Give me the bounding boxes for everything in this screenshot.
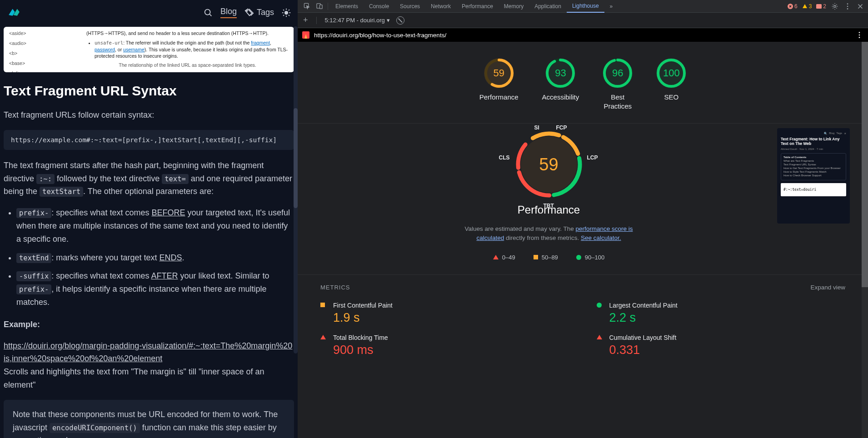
syntax-code-block: https://example.com#:~:text=[prefix-,]te… bbox=[4, 130, 294, 150]
gauge-performance[interactable]: 59 Performance bbox=[479, 58, 519, 110]
lighthouse-logo-icon bbox=[302, 31, 309, 39]
ends-link[interactable]: ENDS bbox=[159, 253, 182, 262]
svg-rect-16 bbox=[816, 4, 822, 9]
svg-point-23 bbox=[859, 32, 860, 33]
nav-blog[interactable]: Blog bbox=[220, 7, 237, 18]
blog-page: Blog Tags <aside> <audio> <b> <base> <bd… bbox=[0, 0, 298, 438]
blog-article: <aside> <audio> <b> <base> <bdi> <bdo> (… bbox=[0, 25, 298, 438]
metric-cls: Cumulative Layout Shift0.331 bbox=[597, 334, 846, 357]
nav-tags-label: Tags bbox=[257, 8, 274, 17]
nav-tags[interactable]: Tags bbox=[244, 8, 274, 18]
tab-memory[interactable]: Memory bbox=[499, 0, 529, 13]
before-link[interactable]: BEFORE bbox=[151, 208, 185, 217]
metric-fcp: First Contentful Paint1.9 s bbox=[320, 302, 569, 325]
new-report-button[interactable]: + bbox=[303, 15, 308, 25]
example-block: https://douiri.org/blog/margin-padding-v… bbox=[4, 339, 294, 392]
tab-more[interactable]: » bbox=[604, 0, 619, 13]
scrollbar[interactable] bbox=[294, 26, 298, 353]
blog-header: Blog Tags bbox=[0, 0, 298, 25]
intro-text: Text fragment URLs follow certain syntax… bbox=[4, 109, 294, 122]
score-legend: 0–49 50–89 90–100 bbox=[493, 254, 604, 261]
svg-point-25 bbox=[859, 37, 860, 38]
lighthouse-report: 59 Performance 93 Accessibility 96 Best … bbox=[298, 42, 868, 438]
page-thumbnail: 🔍BlogTags☀ Text Fragment: How to Link An… bbox=[777, 128, 850, 224]
clear-icon[interactable] bbox=[396, 16, 404, 25]
section-heading: Text Fragment URL Syntax bbox=[4, 83, 294, 99]
svg-line-10 bbox=[283, 15, 284, 15]
svg-point-17 bbox=[834, 5, 836, 7]
legend-avg-icon bbox=[534, 255, 538, 259]
scrollbar-thumb[interactable] bbox=[862, 42, 868, 287]
performance-description: Values are estimated and may vary. The p… bbox=[463, 224, 635, 243]
tab-sources[interactable]: Sources bbox=[394, 0, 425, 13]
device-toggle-icon[interactable] bbox=[313, 0, 326, 13]
list-item: textEnd: marks where you target text END… bbox=[16, 251, 294, 264]
list-item: prefix-: specifies what text comes BEFOR… bbox=[16, 206, 294, 245]
svg-point-3 bbox=[284, 10, 288, 14]
performance-section: 59 SI FCP LCP TBT CLS Performance Values… bbox=[298, 123, 868, 274]
scrollbar[interactable] bbox=[862, 42, 868, 438]
issues-count-badge[interactable]: 2 bbox=[816, 3, 826, 10]
report-selector[interactable]: 5:12:47 PM - douiri.org ▾ bbox=[325, 17, 390, 24]
performance-big-gauge: 59 SI FCP LCP TBT CLS bbox=[513, 128, 585, 201]
tab-elements[interactable]: Elements bbox=[330, 0, 364, 13]
svg-point-29 bbox=[547, 60, 574, 86]
gauge-accessibility[interactable]: 93 Accessibility bbox=[542, 58, 579, 110]
error-count-badge[interactable]: 6 bbox=[788, 3, 798, 10]
svg-point-32 bbox=[658, 60, 684, 86]
lighthouse-toolbar: + 5:12:47 PM - douiri.org ▾ bbox=[298, 13, 868, 28]
report-menu-icon[interactable] bbox=[855, 31, 863, 39]
mdn-screenshot: <aside> <audio> <b> <base> <bdi> <bdo> (… bbox=[4, 27, 294, 72]
settings-icon[interactable] bbox=[831, 2, 839, 10]
lighthouse-urlbar: https://douiri.org/blog/how-to-use-text-… bbox=[298, 28, 868, 42]
metric-tbt: Total Blocking Time900 ms bbox=[320, 334, 569, 357]
list-item: -suffix: specifies what text comes AFTER… bbox=[16, 269, 294, 309]
example-url-link[interactable]: https://douiri.org/blog/margin-padding-v… bbox=[4, 341, 292, 363]
svg-point-24 bbox=[859, 35, 860, 36]
tag-icon bbox=[244, 8, 254, 18]
tab-application[interactable]: Application bbox=[529, 0, 567, 13]
warning-count-badge[interactable]: 3 bbox=[802, 3, 812, 10]
search-icon[interactable] bbox=[203, 8, 213, 18]
gauge-best-practices[interactable]: 96 Best Practices bbox=[603, 58, 633, 110]
svg-point-20 bbox=[847, 8, 848, 10]
svg-rect-14 bbox=[319, 5, 322, 9]
parameter-list: prefix-: specifies what text comes BEFOR… bbox=[4, 206, 294, 309]
chevron-down-icon: ▾ bbox=[387, 17, 390, 24]
metric-lcp: Largest Contentful Paint2.2 s bbox=[597, 302, 846, 325]
scrollbar-thumb[interactable] bbox=[294, 108, 298, 208]
devtools-tabbar: Elements Console Sources Network Perform… bbox=[298, 0, 868, 13]
svg-point-2 bbox=[246, 10, 248, 11]
inspect-icon[interactable] bbox=[300, 0, 313, 13]
tab-network[interactable]: Network bbox=[425, 0, 456, 13]
metrics-section: METRICS Expand view First Contentful Pai… bbox=[298, 274, 868, 366]
kebab-menu-icon[interactable] bbox=[843, 2, 852, 10]
calculator-link[interactable]: See calculator. bbox=[581, 234, 621, 241]
svg-point-19 bbox=[847, 5, 848, 7]
svg-line-11 bbox=[289, 10, 289, 10]
tab-console[interactable]: Console bbox=[364, 0, 394, 13]
site-logo[interactable] bbox=[6, 5, 22, 20]
note-box: Note that these components must be URL e… bbox=[4, 400, 294, 438]
tab-lighthouse[interactable]: Lighthouse bbox=[567, 0, 604, 13]
svg-point-31 bbox=[604, 60, 631, 86]
close-icon[interactable] bbox=[856, 2, 864, 10]
legend-good-icon bbox=[576, 255, 581, 260]
score-gauges: 59 Performance 93 Accessibility 96 Best … bbox=[298, 42, 868, 123]
svg-line-1 bbox=[210, 14, 211, 16]
tab-performance[interactable]: Performance bbox=[456, 0, 499, 13]
report-url: https://douiri.org/blog/how-to-use-text-… bbox=[314, 32, 446, 39]
svg-line-9 bbox=[289, 15, 289, 15]
devtools-pane: Elements Console Sources Network Perform… bbox=[298, 0, 868, 438]
theme-toggle-icon[interactable] bbox=[281, 8, 291, 18]
svg-line-8 bbox=[283, 10, 284, 10]
legend-poor-icon bbox=[493, 255, 499, 259]
example-label: Example: bbox=[4, 318, 294, 331]
code-textstart: textStart bbox=[40, 187, 83, 197]
code-text-eq: text= bbox=[162, 174, 189, 184]
expand-view-button[interactable]: Expand view bbox=[810, 284, 845, 291]
gauge-seo[interactable]: 100 SEO bbox=[656, 58, 686, 110]
svg-point-0 bbox=[205, 9, 210, 15]
after-link[interactable]: AFTER bbox=[151, 271, 178, 280]
code-frag-directive: :~: bbox=[36, 174, 55, 184]
